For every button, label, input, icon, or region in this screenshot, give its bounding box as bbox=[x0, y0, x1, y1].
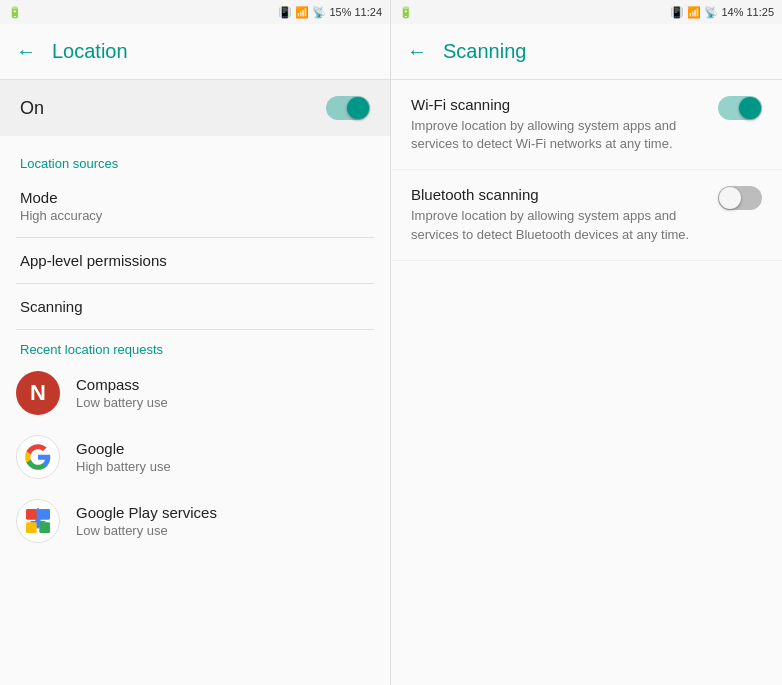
battery-percent-left: 15% bbox=[329, 6, 351, 18]
back-button-right[interactable]: ← bbox=[407, 40, 427, 63]
bluetooth-scanning-title: Bluetooth scanning bbox=[411, 186, 702, 203]
list-item-play-services[interactable]: Google Play services Low battery use bbox=[0, 489, 390, 553]
status-bar-right-icons: 📳 📶 📡 15% 11:24 bbox=[278, 6, 382, 19]
status-bar-right: 🔋 📳 📶 📡 14% 11:25 bbox=[391, 0, 782, 24]
play-services-battery: Low battery use bbox=[76, 523, 217, 538]
status-bar-right-right-icons: 📳 📶 📡 14% 11:25 bbox=[670, 6, 774, 19]
location-sources-header: Location sources bbox=[0, 144, 390, 175]
compass-info: Compass Low battery use bbox=[76, 376, 168, 410]
menu-item-scanning-title: Scanning bbox=[20, 298, 370, 315]
svg-rect-1 bbox=[39, 509, 50, 520]
wifi-icon: 📶 bbox=[295, 6, 309, 19]
toggle-thumb bbox=[347, 97, 369, 119]
network-icon: 📡 bbox=[312, 6, 326, 19]
menu-item-permissions-title: App-level permissions bbox=[20, 252, 370, 269]
list-item-google[interactable]: Google High battery use bbox=[0, 425, 390, 489]
svg-rect-3 bbox=[39, 522, 50, 533]
menu-item-scanning[interactable]: Scanning bbox=[0, 284, 390, 329]
clock-right: 11:25 bbox=[746, 6, 774, 18]
scanning-content: Wi-Fi scanning Improve location by allow… bbox=[391, 80, 782, 685]
battery-icon-left: 🔋 bbox=[8, 6, 22, 19]
status-bar-left: 🔋 📳 📶 📡 15% 11:24 bbox=[0, 0, 390, 24]
recent-header: Recent location requests bbox=[0, 330, 390, 361]
play-services-name: Google Play services bbox=[76, 504, 217, 521]
list-item-compass[interactable]: N Compass Low battery use bbox=[0, 361, 390, 425]
wifi-scanning-text: Wi-Fi scanning Improve location by allow… bbox=[411, 96, 718, 153]
top-bar-right: ← Scanning bbox=[391, 24, 782, 80]
bluetooth-scanning-toggle[interactable] bbox=[718, 186, 762, 210]
svg-rect-0 bbox=[26, 509, 37, 520]
scanning-panel: 🔋 📳 📶 📡 14% 11:25 ← Scanning Wi-Fi scann… bbox=[391, 0, 782, 685]
wifi-icon-right: 📶 bbox=[687, 6, 701, 19]
status-bar-right-left-icons: 🔋 bbox=[399, 6, 413, 19]
bluetooth-toggle-thumb bbox=[719, 187, 741, 209]
bluetooth-scanning-desc: Improve location by allowing system apps… bbox=[411, 207, 702, 243]
page-title-location: Location bbox=[52, 40, 128, 63]
network-icon-right: 📡 bbox=[704, 6, 718, 19]
menu-item-app-permissions[interactable]: App-level permissions bbox=[0, 238, 390, 283]
bluetooth-scanning-text: Bluetooth scanning Improve location by a… bbox=[411, 186, 718, 243]
location-content: On Location sources Mode High accuracy A… bbox=[0, 80, 390, 685]
top-bar-left: ← Location bbox=[0, 24, 390, 80]
compass-icon: N bbox=[16, 371, 60, 415]
location-toggle[interactable] bbox=[326, 96, 370, 120]
on-off-row[interactable]: On bbox=[0, 80, 390, 136]
wifi-scanning-desc: Improve location by allowing system apps… bbox=[411, 117, 702, 153]
wifi-toggle-thumb bbox=[739, 97, 761, 119]
compass-battery: Low battery use bbox=[76, 395, 168, 410]
wifi-scanning-toggle[interactable] bbox=[718, 96, 762, 120]
svg-rect-2 bbox=[26, 522, 37, 533]
google-info: Google High battery use bbox=[76, 440, 171, 474]
menu-item-mode-title: Mode bbox=[20, 189, 370, 206]
wifi-scanning-title: Wi-Fi scanning bbox=[411, 96, 702, 113]
page-title-scanning: Scanning bbox=[443, 40, 526, 63]
on-off-label: On bbox=[20, 98, 44, 119]
back-button-left[interactable]: ← bbox=[16, 40, 36, 63]
status-bar-left-icons: 🔋 bbox=[8, 6, 22, 19]
google-name: Google bbox=[76, 440, 171, 457]
wifi-scanning-item[interactable]: Wi-Fi scanning Improve location by allow… bbox=[391, 80, 782, 170]
google-battery: High battery use bbox=[76, 459, 171, 474]
menu-item-mode-subtitle: High accuracy bbox=[20, 208, 370, 223]
battery-icon-right: 🔋 bbox=[399, 6, 413, 19]
compass-name: Compass bbox=[76, 376, 168, 393]
bluetooth-scanning-item[interactable]: Bluetooth scanning Improve location by a… bbox=[391, 170, 782, 260]
vibrate-icon-right: 📳 bbox=[670, 6, 684, 19]
google-icon bbox=[16, 435, 60, 479]
menu-item-mode[interactable]: Mode High accuracy bbox=[0, 175, 390, 237]
vibrate-icon: 📳 bbox=[278, 6, 292, 19]
battery-percent-right: 14% bbox=[721, 6, 743, 18]
location-panel: 🔋 📳 📶 📡 15% 11:24 ← Location On Location… bbox=[0, 0, 391, 685]
clock-left: 11:24 bbox=[354, 6, 382, 18]
play-services-info: Google Play services Low battery use bbox=[76, 504, 217, 538]
play-services-icon bbox=[16, 499, 60, 543]
